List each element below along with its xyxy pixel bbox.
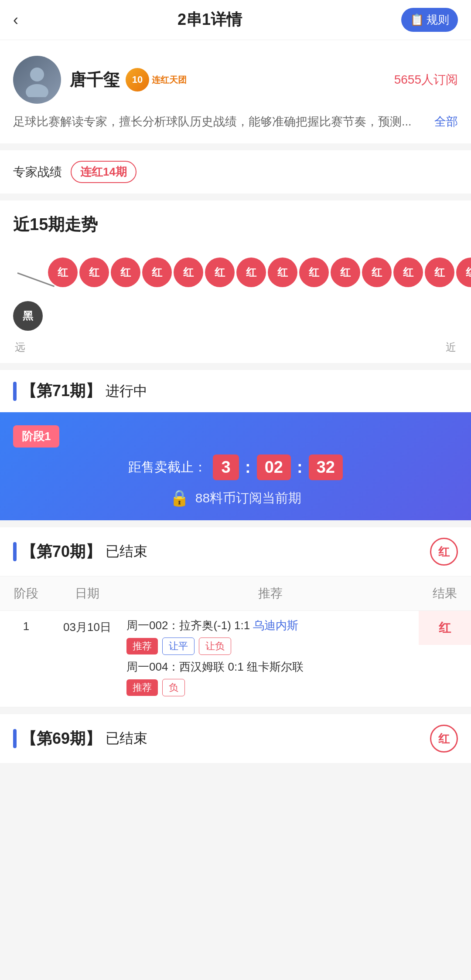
period71-section: 【第71期】 进行中 阶段1 距售卖截止： 3 : 02 : 32 🔒 88料币… xyxy=(0,370,471,520)
trend-dot: 红 xyxy=(48,258,78,287)
match1-tags: 推荐 让平 让负 xyxy=(126,638,414,655)
trend-dots-row: 红 红 红 红 红 红 红 红 红 红 红 红 红 红 xyxy=(48,258,458,287)
trend-far-label: 远 xyxy=(15,340,25,354)
period-bar xyxy=(13,382,17,401)
tag-recommend2: 推荐 xyxy=(126,679,158,696)
period-bar xyxy=(13,729,17,748)
tag-recommend: 推荐 xyxy=(126,638,158,654)
table-header: 阶段 日期 推荐 结果 xyxy=(0,576,471,611)
trend-dot: 红 xyxy=(331,258,360,287)
trend-chart: 黑 红 红 红 红 红 红 红 红 红 红 红 红 红 红 xyxy=(13,249,458,336)
subscribe-count: 5655人订阅 xyxy=(394,71,458,88)
trend-dot: 红 xyxy=(142,258,172,287)
rules-button[interactable]: 📋 规则 xyxy=(401,8,458,32)
period70-status: 已结束 xyxy=(106,542,147,561)
cell-date: 03月10日 xyxy=(52,611,122,644)
trend-dot: 红 xyxy=(174,258,203,287)
countdown-sep2: : xyxy=(297,458,303,477)
expert-name: 唐千玺 xyxy=(70,69,119,91)
countdown-sep1: : xyxy=(245,458,251,477)
period69-result-icon: 红 xyxy=(430,725,458,753)
match2-tags: 推荐 负 xyxy=(126,679,414,696)
col-date: 日期 xyxy=(52,576,122,610)
rules-icon: 📋 xyxy=(410,13,424,27)
record-label: 专家战绩 xyxy=(13,164,62,180)
trend-dot: 红 xyxy=(79,258,109,287)
svg-point-1 xyxy=(26,84,48,97)
trend-dot: 红 xyxy=(205,258,235,287)
trend-dot: 红 xyxy=(236,258,266,287)
trend-section: 近15期走势 黑 红 红 红 红 红 红 红 红 红 红 红 红 红 红 远 近 xyxy=(0,200,471,363)
page-title: 2串1详情 xyxy=(177,9,242,31)
period69-status: 已结束 xyxy=(106,729,147,748)
trend-dot: 红 xyxy=(299,258,329,287)
col-result: 结果 xyxy=(419,576,471,610)
trend-dot: 红 xyxy=(456,258,471,287)
cell-recommend: 周一002：拉齐奥(-1) 1:1 乌迪内斯 推荐 让平 让负 周一004：西汉… xyxy=(122,611,419,707)
period71-status: 进行中 xyxy=(106,382,147,401)
tag-option-rangping: 让平 xyxy=(162,638,195,655)
back-button[interactable]: ‹ xyxy=(13,11,18,29)
match1-title: 周一002：拉齐奥(-1) 1:1 乌迪内斯 xyxy=(126,618,414,633)
countdown-row: 距售卖截止： 3 : 02 : 32 xyxy=(13,454,458,480)
period70-section: 【第70期】 已结束 红 阶段 日期 推荐 结果 1 03月10日 周一002：… xyxy=(0,527,471,707)
trend-dot: 红 xyxy=(268,258,297,287)
expert-description: 足球比赛解读专家，擅长分析球队历史战绩，能够准确把握比赛节奏，预测... 全部 xyxy=(13,112,458,131)
trend-labels: 远 近 xyxy=(13,340,458,354)
lock-text: 88料币订阅当前期 xyxy=(195,489,301,507)
trend-near-label: 近 xyxy=(446,340,456,354)
period70-tag: 【第70期】 xyxy=(21,541,101,563)
countdown-seconds: 32 xyxy=(309,454,343,480)
period71-header: 【第71期】 进行中 xyxy=(0,370,471,412)
trend-title: 近15期走势 xyxy=(13,214,458,236)
period69-section: 【第69期】 已结束 红 xyxy=(0,714,471,763)
streak-badge: 连红14期 xyxy=(71,161,137,183)
countdown-minutes: 02 xyxy=(257,454,291,480)
header: ‹ 2串1详情 📋 规则 xyxy=(0,0,471,40)
avatar xyxy=(13,56,61,104)
countdown-label: 距售卖截止： xyxy=(128,458,207,476)
table-row: 1 03月10日 周一002：拉齐奥(-1) 1:1 乌迪内斯 推荐 让平 让负… xyxy=(0,611,471,707)
col-stage: 阶段 xyxy=(0,576,52,610)
record-section: 专家战绩 连红14期 xyxy=(0,150,471,193)
period69-header: 【第69期】 已结束 红 xyxy=(0,714,471,763)
match2-title: 周一004：西汉姆联 0:1 纽卡斯尔联 xyxy=(126,659,414,675)
period71-tag: 【第71期】 xyxy=(21,380,101,402)
col-recommend: 推荐 xyxy=(122,576,419,610)
cell-stage: 1 xyxy=(0,611,52,642)
tag-option-rangfu: 让负 xyxy=(199,638,231,655)
trend-dot: 红 xyxy=(393,258,423,287)
expert-badge: 10 连红天团 xyxy=(126,68,187,92)
cell-result: 红 xyxy=(419,611,471,645)
period70-result-icon: 红 xyxy=(430,538,458,566)
period-bar xyxy=(13,542,17,561)
trend-dot-black: 黑 xyxy=(13,301,43,331)
trend-dot: 红 xyxy=(362,258,392,287)
countdown-hours: 3 xyxy=(213,454,239,480)
stage-badge: 阶段1 xyxy=(13,425,59,448)
read-more-button[interactable]: 全部 xyxy=(434,112,458,131)
lock-icon: 🔒 xyxy=(170,489,189,507)
tag-option-fu: 负 xyxy=(162,679,185,696)
trend-dot: 红 xyxy=(425,258,454,287)
svg-point-0 xyxy=(30,68,44,81)
period69-tag: 【第69期】 xyxy=(21,728,101,749)
trend-dot: 红 xyxy=(111,258,140,287)
lock-row: 🔒 88料币订阅当前期 xyxy=(13,489,458,507)
period71-active-content: 阶段1 距售卖截止： 3 : 02 : 32 🔒 88料币订阅当前期 xyxy=(0,412,471,520)
period70-header: 【第70期】 已结束 红 xyxy=(0,527,471,576)
expert-section: 唐千玺 10 连红天团 5655人订阅 足球比赛解读专家，擅长分析球队历史战绩，… xyxy=(0,40,471,143)
